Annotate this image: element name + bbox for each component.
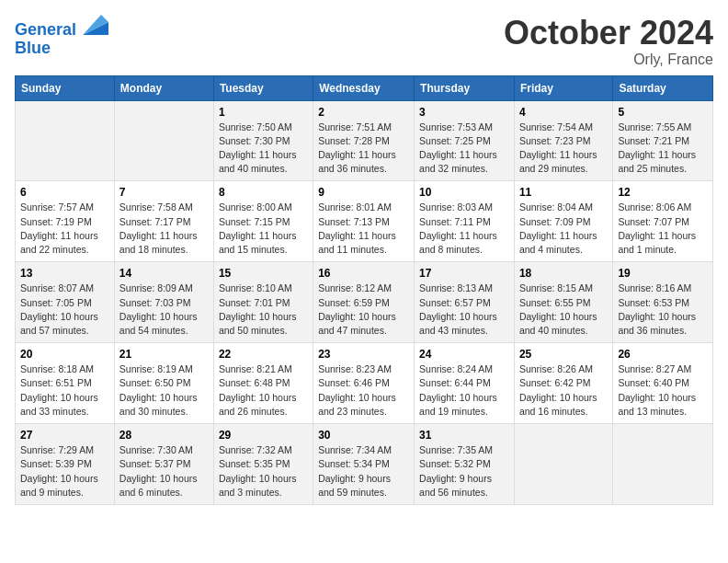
- day-number: 31: [419, 429, 509, 442]
- calendar-cell: 27Sunrise: 7:29 AM Sunset: 5:39 PM Dayli…: [16, 424, 115, 505]
- calendar-cell: 30Sunrise: 7:34 AM Sunset: 5:34 PM Dayli…: [313, 424, 415, 505]
- day-info: Sunrise: 7:29 AM Sunset: 5:39 PM Dayligh…: [20, 443, 109, 500]
- day-number: 19: [618, 267, 708, 280]
- day-info: Sunrise: 8:03 AM Sunset: 7:11 PM Dayligh…: [419, 201, 509, 257]
- weekday-header: Sunday: [16, 75, 115, 100]
- weekday-header: Wednesday: [313, 75, 415, 100]
- calendar-cell: 16Sunrise: 8:12 AM Sunset: 6:59 PM Dayli…: [313, 262, 415, 343]
- day-info: Sunrise: 8:18 AM Sunset: 6:51 PM Dayligh…: [20, 362, 109, 419]
- day-number: 13: [20, 267, 109, 280]
- calendar-cell: 4Sunrise: 7:54 AM Sunset: 7:23 PM Daylig…: [514, 100, 612, 181]
- logo-icon: [83, 15, 108, 35]
- day-info: Sunrise: 7:53 AM Sunset: 7:25 PM Dayligh…: [419, 121, 509, 177]
- day-info: Sunrise: 7:51 AM Sunset: 7:28 PM Dayligh…: [318, 121, 409, 177]
- weekday-header: Saturday: [613, 75, 713, 100]
- month-title: October 2024 Orly, France: [504, 15, 713, 68]
- day-info: Sunrise: 7:32 AM Sunset: 5:35 PM Dayligh…: [219, 443, 308, 500]
- day-number: 4: [519, 106, 608, 119]
- logo: General Blue: [15, 15, 108, 58]
- day-info: Sunrise: 8:00 AM Sunset: 7:15 PM Dayligh…: [219, 201, 308, 257]
- calendar-cell: 13Sunrise: 8:07 AM Sunset: 7:05 PM Dayli…: [16, 262, 115, 343]
- calendar-cell: 22Sunrise: 8:21 AM Sunset: 6:48 PM Dayli…: [213, 343, 313, 424]
- calendar-cell: 19Sunrise: 8:16 AM Sunset: 6:53 PM Dayli…: [613, 262, 713, 343]
- calendar-cell: 5Sunrise: 7:55 AM Sunset: 7:21 PM Daylig…: [613, 100, 713, 181]
- calendar-cell: 8Sunrise: 8:00 AM Sunset: 7:15 PM Daylig…: [213, 181, 313, 262]
- day-info: Sunrise: 8:19 AM Sunset: 6:50 PM Dayligh…: [119, 362, 209, 419]
- calendar-cell: 29Sunrise: 7:32 AM Sunset: 5:35 PM Dayli…: [213, 424, 313, 505]
- calendar-cell: 3Sunrise: 7:53 AM Sunset: 7:25 PM Daylig…: [415, 100, 515, 181]
- page-header: General Blue October 2024 Orly, France: [15, 15, 713, 68]
- day-number: 17: [419, 267, 509, 280]
- day-info: Sunrise: 8:23 AM Sunset: 6:46 PM Dayligh…: [318, 362, 409, 419]
- day-info: Sunrise: 7:57 AM Sunset: 7:19 PM Dayligh…: [20, 201, 109, 257]
- day-number: 28: [119, 429, 209, 442]
- day-number: 12: [618, 186, 708, 199]
- day-info: Sunrise: 8:13 AM Sunset: 6:57 PM Dayligh…: [419, 282, 509, 338]
- day-info: Sunrise: 8:26 AM Sunset: 6:42 PM Dayligh…: [519, 362, 608, 419]
- day-number: 20: [20, 348, 109, 361]
- day-number: 2: [318, 106, 409, 119]
- day-number: 15: [219, 267, 308, 280]
- calendar-cell: 20Sunrise: 8:18 AM Sunset: 6:51 PM Dayli…: [16, 343, 115, 424]
- calendar-cell: 25Sunrise: 8:26 AM Sunset: 6:42 PM Dayli…: [514, 343, 612, 424]
- day-number: 29: [219, 429, 308, 442]
- day-number: 18: [519, 267, 608, 280]
- calendar-week-row: 20Sunrise: 8:18 AM Sunset: 6:51 PM Dayli…: [16, 343, 713, 424]
- day-info: Sunrise: 8:01 AM Sunset: 7:13 PM Dayligh…: [318, 201, 409, 257]
- day-number: 24: [419, 348, 509, 361]
- weekday-header: Friday: [514, 75, 612, 100]
- calendar-header-row: SundayMondayTuesdayWednesdayThursdayFrid…: [16, 75, 713, 100]
- day-info: Sunrise: 8:07 AM Sunset: 7:05 PM Dayligh…: [20, 282, 109, 338]
- calendar-cell: 1Sunrise: 7:50 AM Sunset: 7:30 PM Daylig…: [213, 100, 313, 181]
- day-number: 7: [119, 186, 209, 199]
- calendar-cell: 18Sunrise: 8:15 AM Sunset: 6:55 PM Dayli…: [514, 262, 612, 343]
- weekday-header: Thursday: [415, 75, 515, 100]
- calendar-cell: 2Sunrise: 7:51 AM Sunset: 7:28 PM Daylig…: [313, 100, 415, 181]
- calendar-week-row: 6Sunrise: 7:57 AM Sunset: 7:19 PM Daylig…: [16, 181, 713, 262]
- day-info: Sunrise: 8:12 AM Sunset: 6:59 PM Dayligh…: [318, 282, 409, 338]
- day-info: Sunrise: 7:34 AM Sunset: 5:34 PM Dayligh…: [318, 443, 409, 500]
- calendar-cell: 6Sunrise: 7:57 AM Sunset: 7:19 PM Daylig…: [16, 181, 115, 262]
- day-number: 5: [618, 106, 708, 119]
- day-number: 26: [618, 348, 708, 361]
- day-info: Sunrise: 8:04 AM Sunset: 7:09 PM Dayligh…: [519, 201, 608, 257]
- calendar-week-row: 13Sunrise: 8:07 AM Sunset: 7:05 PM Dayli…: [16, 262, 713, 343]
- day-number: 30: [318, 429, 409, 442]
- calendar-cell: 12Sunrise: 8:06 AM Sunset: 7:07 PM Dayli…: [613, 181, 713, 262]
- day-info: Sunrise: 7:30 AM Sunset: 5:37 PM Dayligh…: [119, 443, 209, 500]
- day-number: 3: [419, 106, 509, 119]
- day-number: 27: [20, 429, 109, 442]
- day-number: 10: [419, 186, 509, 199]
- weekday-header: Tuesday: [213, 75, 313, 100]
- day-number: 11: [519, 186, 608, 199]
- day-number: 6: [20, 186, 109, 199]
- day-number: 25: [519, 348, 608, 361]
- calendar-cell: [613, 424, 713, 505]
- day-info: Sunrise: 7:55 AM Sunset: 7:21 PM Dayligh…: [618, 121, 708, 177]
- calendar-cell: 23Sunrise: 8:23 AM Sunset: 6:46 PM Dayli…: [313, 343, 415, 424]
- day-info: Sunrise: 7:50 AM Sunset: 7:30 PM Dayligh…: [219, 121, 308, 177]
- logo-general: General: [15, 20, 76, 39]
- month-year: October 2024: [504, 15, 713, 52]
- calendar-week-row: 27Sunrise: 7:29 AM Sunset: 5:39 PM Dayli…: [16, 424, 713, 505]
- day-number: 1: [219, 106, 308, 119]
- day-number: 14: [119, 267, 209, 280]
- calendar-cell: [114, 100, 213, 181]
- calendar-cell: [514, 424, 612, 505]
- day-info: Sunrise: 8:21 AM Sunset: 6:48 PM Dayligh…: [219, 362, 308, 419]
- weekday-header: Monday: [114, 75, 213, 100]
- day-number: 8: [219, 186, 308, 199]
- day-number: 21: [119, 348, 209, 361]
- calendar-cell: 17Sunrise: 8:13 AM Sunset: 6:57 PM Dayli…: [415, 262, 515, 343]
- day-info: Sunrise: 7:54 AM Sunset: 7:23 PM Dayligh…: [519, 121, 608, 177]
- day-info: Sunrise: 8:06 AM Sunset: 7:07 PM Dayligh…: [618, 201, 708, 257]
- calendar-cell: 26Sunrise: 8:27 AM Sunset: 6:40 PM Dayli…: [613, 343, 713, 424]
- location: Orly, France: [504, 52, 713, 68]
- calendar-cell: 9Sunrise: 8:01 AM Sunset: 7:13 PM Daylig…: [313, 181, 415, 262]
- calendar-cell: 15Sunrise: 8:10 AM Sunset: 7:01 PM Dayli…: [213, 262, 313, 343]
- day-info: Sunrise: 8:09 AM Sunset: 7:03 PM Dayligh…: [119, 282, 209, 338]
- calendar-cell: 10Sunrise: 8:03 AM Sunset: 7:11 PM Dayli…: [415, 181, 515, 262]
- calendar-cell: 14Sunrise: 8:09 AM Sunset: 7:03 PM Dayli…: [114, 262, 213, 343]
- day-info: Sunrise: 7:58 AM Sunset: 7:17 PM Dayligh…: [119, 201, 209, 257]
- day-number: 23: [318, 348, 409, 361]
